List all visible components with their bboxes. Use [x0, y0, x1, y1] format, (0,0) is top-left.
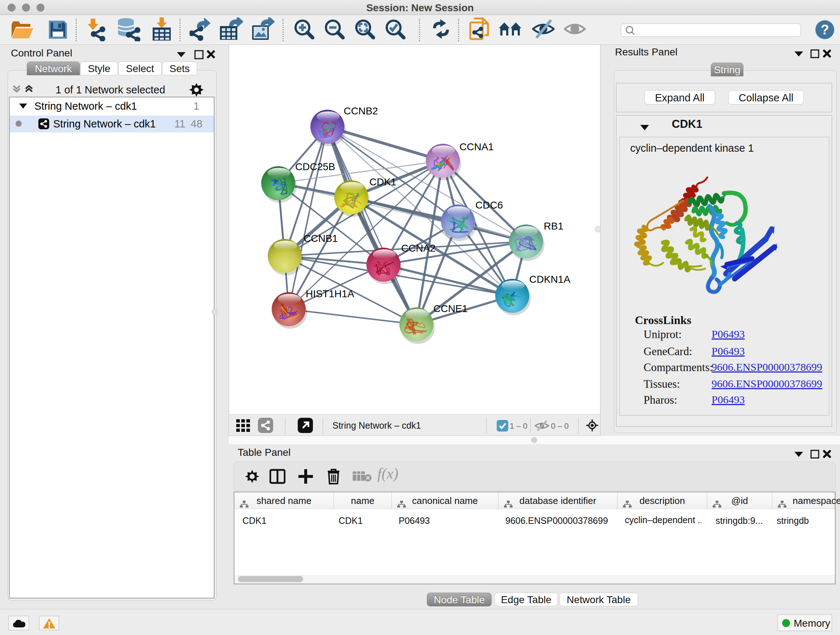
svg-text:CDC25B: CDC25B: [295, 161, 335, 172]
svg-text:HIST1H1A: HIST1H1A: [306, 288, 354, 299]
svg-text:CCNB2: CCNB2: [344, 105, 378, 117]
svg-text:CCNA2: CCNA2: [401, 242, 436, 254]
svg-text:RB1: RB1: [544, 220, 563, 232]
svg-text:CDC6: CDC6: [475, 200, 503, 211]
svg-text:CDK1: CDK1: [369, 176, 396, 187]
svg-text:CDKN1A: CDKN1A: [529, 274, 570, 285]
svg-text:CCNE1: CCNE1: [433, 303, 468, 314]
svg-text:CCNB1: CCNB1: [303, 233, 338, 244]
svg-text:CCNA1: CCNA1: [459, 141, 494, 152]
